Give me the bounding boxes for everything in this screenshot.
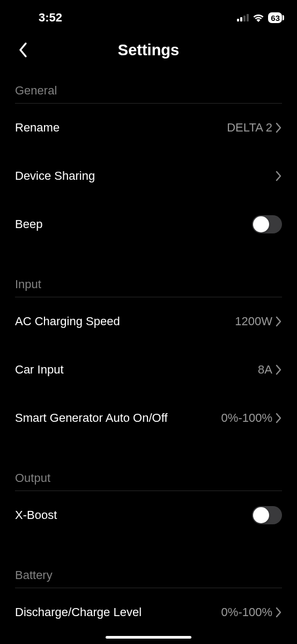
svg-rect-2 [243, 16, 246, 21]
row-value-smart-gen: 0%-100% [221, 411, 272, 425]
chevron-right-icon [276, 122, 282, 133]
row-value-discharge: 0%-100% [221, 605, 272, 619]
row-ac-charging[interactable]: AC Charging Speed 1200W [15, 297, 282, 346]
page-title: Settings [118, 41, 179, 59]
section-input: Input AC Charging Speed 1200W Car Input … [0, 268, 297, 442]
row-rename[interactable]: Rename DELTA 2 [15, 104, 282, 152]
battery-percentage: 63 [271, 13, 280, 23]
toggle-knob [253, 507, 269, 523]
section-header-output: Output [15, 462, 282, 491]
row-discharge-charge[interactable]: Discharge/Charge Level 0%-100% [15, 588, 282, 636]
back-button[interactable] [15, 42, 31, 58]
chevron-right-icon [276, 413, 282, 423]
chevron-right-icon [276, 316, 282, 327]
row-label-rename: Rename [15, 121, 60, 135]
row-label-smart-gen: Smart Generator Auto On/Off [15, 411, 168, 425]
svg-rect-0 [237, 19, 239, 21]
row-car-input[interactable]: Car Input 8A [15, 346, 282, 394]
row-beep: Beep [15, 200, 282, 248]
screen-header: Settings [0, 33, 297, 67]
cellular-signal-icon [237, 14, 249, 21]
chevron-right-icon [276, 364, 282, 375]
status-bar: 3:52 63 [0, 0, 297, 30]
battery-indicator: 63 [268, 12, 282, 23]
home-indicator[interactable] [106, 636, 191, 639]
row-xboost: X-Boost [15, 491, 282, 539]
chevron-left-icon [18, 42, 28, 58]
row-label-car: Car Input [15, 363, 64, 377]
section-header-input: Input [15, 268, 282, 297]
row-value-rename: DELTA 2 [227, 121, 272, 135]
wifi-icon [253, 13, 264, 22]
svg-rect-3 [247, 14, 249, 21]
row-label-discharge: Discharge/Charge Level [15, 605, 142, 619]
row-value-car: 8A [258, 363, 272, 377]
row-device-sharing[interactable]: Device Sharing [15, 152, 282, 200]
svg-rect-1 [240, 17, 242, 21]
section-general: General Rename DELTA 2 Device Sharing Be… [0, 74, 297, 248]
row-smart-generator[interactable]: Smart Generator Auto On/Off 0%-100% [15, 394, 282, 442]
row-label-device-sharing: Device Sharing [15, 169, 95, 183]
section-header-battery: Battery [15, 559, 282, 588]
status-indicators: 63 [237, 12, 282, 23]
section-header-general: General [15, 74, 282, 104]
chevron-right-icon [276, 171, 282, 181]
section-battery: Battery Discharge/Charge Level 0%-100% [0, 559, 297, 636]
row-label-beep: Beep [15, 217, 42, 231]
section-output: Output X-Boost [0, 462, 297, 539]
toggle-knob [253, 216, 269, 232]
status-time: 3:52 [15, 11, 62, 25]
row-value-ac: 1200W [235, 314, 272, 328]
chevron-right-icon [276, 607, 282, 618]
row-label-xboost: X-Boost [15, 508, 57, 522]
toggle-xboost[interactable] [252, 506, 282, 524]
toggle-beep[interactable] [252, 215, 282, 233]
row-label-ac: AC Charging Speed [15, 314, 120, 328]
